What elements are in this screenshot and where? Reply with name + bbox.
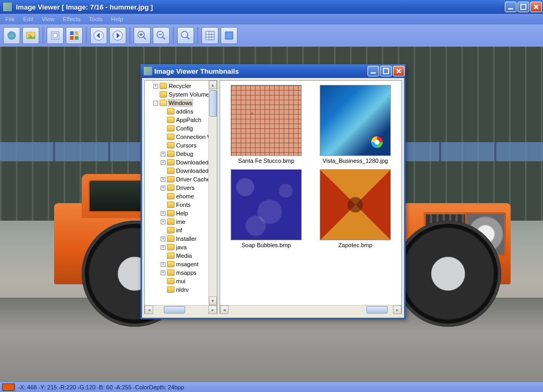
tree-item[interactable]: +msapps [146,268,207,277]
folder-icon [167,117,174,123]
maximize-button[interactable] [518,2,529,12]
tree-item[interactable]: Downloaded Program Files [146,167,207,175]
zoom-in-button[interactable] [134,27,151,44]
folder-icon [167,278,174,284]
pictures-button[interactable] [22,27,39,44]
tree-item[interactable]: +Recycler [146,82,207,90]
next-button[interactable] [109,27,126,44]
folder-icon [167,142,174,149]
tree-item[interactable]: +java [146,243,207,251]
thumbnail-image [320,85,391,156]
tree-item[interactable]: mui [146,277,207,285]
open-button[interactable] [3,27,20,44]
scroll-right-icon[interactable]: ▸ [393,306,401,314]
tree-item[interactable]: inf [146,226,207,234]
tree-item[interactable]: Config [146,124,207,133]
fullscreen-icon [224,30,234,41]
scroll-thumb[interactable] [366,306,388,313]
expand-icon[interactable]: + [161,271,165,275]
expand-icon[interactable]: + [161,211,165,216]
menu-file[interactable]: File [2,15,18,23]
svg-rect-19 [383,68,389,74]
tree-item[interactable]: +Downloaded Installations [146,158,207,167]
thumbnail-item[interactable]: Vista_Business_1280.jpg [313,85,397,164]
tree-vertical-scrollbar[interactable]: ▴ ▾ [208,81,217,305]
menu-tools[interactable]: Tools [86,15,106,23]
tree-item-label: Fonts [176,202,191,208]
thumbs-horizontal-scrollbar[interactable]: ◂ ▸ [220,305,401,313]
folder-icon [167,108,174,115]
menu-help[interactable]: Help [108,15,126,23]
tree-item[interactable]: addins [146,107,207,116]
tree-spacer [161,143,165,148]
scroll-up-icon[interactable]: ▴ [209,81,217,89]
thumbnails-maximize-button[interactable] [380,66,392,76]
thumbnail-item[interactable]: Soap Bubbles.bmp [224,169,308,248]
tree-item[interactable]: ehome [146,192,207,201]
tree-item[interactable]: +msagent [146,260,207,268]
expand-icon[interactable]: + [161,237,165,241]
prev-button[interactable] [90,27,107,44]
tree-item[interactable]: System Volume Information [146,90,207,99]
close-button[interactable] [530,2,542,12]
tree-item[interactable]: +Drivers [146,184,207,192]
thumbnails-close-button[interactable] [393,66,405,76]
menu-view[interactable]: View [39,15,58,23]
tree-item[interactable]: AppPatch [146,116,207,124]
scroll-thumb[interactable] [209,90,217,117]
minimize-button[interactable] [505,2,516,12]
tree-item[interactable]: +ime [146,217,207,226]
expand-icon[interactable]: + [161,220,165,224]
zoom-out-button[interactable] [153,27,170,44]
folder-icon [167,168,174,174]
expand-icon[interactable]: + [161,177,165,182]
tree-horizontal-scrollbar[interactable]: ◂ ▸ [145,305,217,313]
collapse-icon[interactable]: - [153,101,158,106]
tree-item[interactable]: Fonts [146,201,207,209]
tree-item[interactable]: Media [146,251,207,260]
thumbnails-grid[interactable]: Santa Fe Stucco.bmpVista_Business_1280.j… [220,81,401,305]
tree-item[interactable]: +Debug [146,150,207,158]
thumbnails-window: Image Viewer Thumbnails +RecyclerSystem … [141,66,406,319]
expand-icon[interactable]: + [161,152,165,156]
expand-icon[interactable]: + [161,245,165,250]
menu-effects[interactable]: Effects [59,15,83,23]
thumbnails-button[interactable] [66,27,83,44]
tree-item[interactable]: +Help [146,209,207,217]
menu-edit[interactable]: Edit [20,15,37,23]
thumbnails-icon [69,30,80,41]
main-title-bar: Image Viewer [ Image: 7/16 - hummer.jpg … [0,0,543,14]
thumbnail-item[interactable]: Santa Fe Stucco.bmp [224,85,308,164]
thumbnails-minimize-button[interactable] [367,66,379,76]
tree-spacer [161,194,165,199]
image-viewport[interactable]: Image Viewer Thumbnails +RecyclerSystem … [0,47,543,381]
thumbnail-item[interactable]: Zapotec.bmp [313,169,397,248]
fit-button[interactable] [47,27,64,44]
tree-item-label: Recycler [169,83,191,89]
thumbnails-title-bar[interactable]: Image Viewer Thumbnails [141,64,406,78]
tree-item[interactable]: +Driver Cache [146,175,207,184]
tree-item[interactable]: -Windows [146,99,207,107]
tree-item[interactable]: Cursors [146,141,207,150]
scroll-down-icon[interactable]: ▾ [209,297,217,305]
tree-item[interactable]: +Installer [146,234,207,243]
folder-tree[interactable]: +RecyclerSystem Volume Information-Windo… [145,81,208,305]
tree-item[interactable]: Connection Wizard [146,133,207,141]
fullscreen-button[interactable] [221,27,238,44]
scroll-left-icon[interactable]: ◂ [145,306,153,314]
expand-icon[interactable]: + [161,262,165,267]
zoom-reset-button[interactable] [177,27,194,44]
scroll-right-icon[interactable]: ▸ [208,306,217,314]
scroll-left-icon[interactable]: ◂ [220,306,229,314]
tree-item[interactable]: nldrv [146,285,207,294]
scroll-thumb[interactable] [164,306,185,313]
tree-item-label: Debug [176,151,193,157]
expand-icon[interactable]: + [153,84,158,89]
folder-icon [167,185,174,191]
expand-icon[interactable]: + [161,186,165,190]
expand-icon[interactable]: + [161,160,165,165]
folder-tree-panel: +RecyclerSystem Volume Information-Windo… [144,80,217,314]
tree-spacer [161,126,165,131]
tree-item-label: Media [176,252,192,259]
grid-view-button[interactable] [202,27,218,44]
